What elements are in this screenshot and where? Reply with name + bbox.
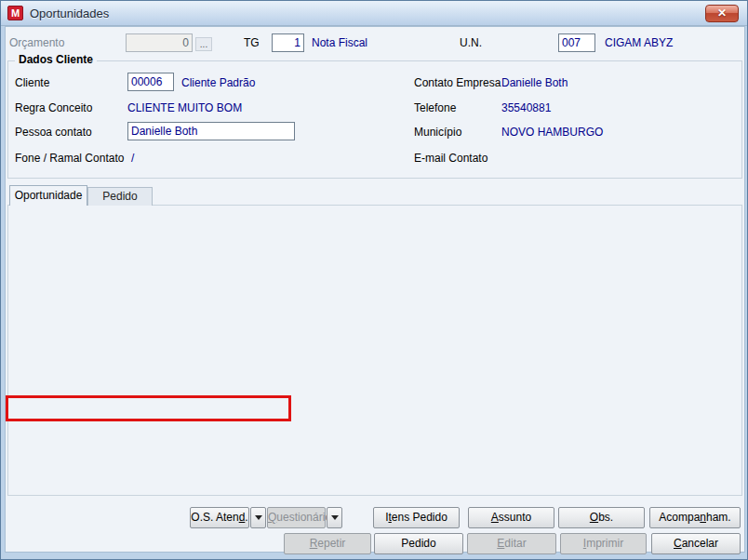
cliente-field[interactable] [127, 73, 174, 91]
questionario-dropdown-button[interactable] [327, 507, 342, 528]
pedido-button[interactable]: Pedido [374, 533, 463, 554]
tab-oportunidade[interactable]: Oportunidade [9, 185, 87, 206]
cancelar-button[interactable]: Cancelar [651, 533, 741, 554]
oportunidades-dialog: M Oportunidades ✕ Orçamento ... TG Nota … [0, 0, 748, 560]
tg-label: TG [244, 35, 260, 50]
tg-description: Nota Fiscal [312, 35, 367, 50]
email-contato-label: E-mail Contato [414, 151, 488, 166]
orcamento-header-field[interactable] [126, 33, 193, 52]
regra-conceito-label: Regra Conceito [15, 100, 92, 115]
municipio-label: Município [414, 125, 461, 140]
cliente-description: Cliente Padrão [181, 75, 255, 90]
pessoa-contato-label: Pessoa contato [15, 125, 92, 140]
oportunidade-tab-panel [7, 205, 742, 496]
fone-ramal-label: Fone / Ramal Contato [15, 151, 124, 166]
repetir-button[interactable]: Repetir [284, 533, 371, 554]
dropdown-arrow-icon [255, 515, 262, 520]
itens-pedido-button[interactable]: Itens Pedido [373, 507, 460, 528]
assunto-button[interactable]: Assunto [468, 507, 554, 528]
un-label: U.N. [460, 35, 482, 50]
close-button[interactable]: ✕ [705, 5, 739, 22]
telefone-value: 35540881 [501, 100, 551, 115]
dados-cliente-title: Dados Cliente [15, 53, 97, 66]
window-title: Oportunidades [30, 7, 109, 20]
un-field[interactable] [558, 33, 595, 52]
os-atend-button[interactable]: O.S. Atend. [190, 507, 249, 528]
un-description: CIGAM ABYZ [605, 35, 673, 50]
dropdown-arrow-icon [331, 515, 339, 520]
dialog-body: Orçamento ... TG Nota Fiscal U.N. CIGAM … [5, 26, 745, 553]
cigam-logo-icon: M [7, 6, 23, 20]
title-bar: M Oportunidades ✕ [1, 1, 748, 26]
fone-ramal-value: / [131, 151, 134, 166]
tab-pedido[interactable]: Pedido [87, 187, 153, 206]
municipio-value: NOVO HAMBURGO [501, 125, 603, 140]
telefone-label: Telefone [414, 100, 456, 115]
contato-empresa-label: Contato Empresa [414, 75, 501, 90]
pessoa-contato-field[interactable] [127, 122, 295, 140]
obs-button[interactable]: Obs. [558, 507, 645, 528]
cliente-label: Cliente [15, 75, 49, 90]
os-atend-dropdown-button[interactable] [250, 507, 266, 528]
questionario-button[interactable]: Questionário [267, 507, 326, 528]
acompanham-button[interactable]: Acompanham. [649, 507, 741, 528]
orcamento-lookup-button[interactable]: ... [195, 37, 212, 51]
regra-conceito-value: CLIENTE MUITO BOM [127, 100, 242, 115]
tg-field[interactable] [272, 33, 304, 52]
contato-empresa-value: Danielle Both [501, 75, 568, 90]
imprimir-button[interactable]: Imprimir [560, 533, 647, 554]
editar-button[interactable]: Editar [467, 533, 556, 554]
orcamento-header-label: Orçamento [9, 35, 64, 50]
